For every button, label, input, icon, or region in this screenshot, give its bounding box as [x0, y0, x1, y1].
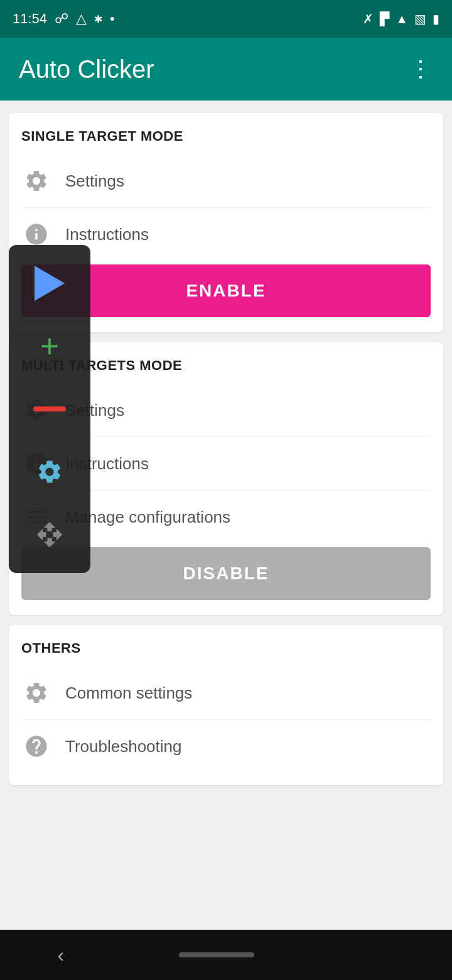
floating-move-button[interactable]: [21, 506, 78, 563]
floating-panel: +: [9, 245, 90, 573]
single-settings-icon-wrapper: [21, 166, 51, 196]
app-title: Auto Clicker: [19, 55, 154, 84]
warning-icon: △: [76, 11, 87, 27]
single-target-title: SINGLE TARGET MODE: [21, 128, 431, 144]
play-icon: [35, 266, 65, 301]
dot-icon: •: [110, 11, 115, 27]
divider-1: [21, 207, 431, 208]
floating-add-button[interactable]: +: [21, 318, 78, 374]
others-card: OTHERS Common settings Troubleshooting: [9, 625, 443, 785]
vibrate-icon: ▛: [380, 11, 389, 26]
floating-play-button[interactable]: [21, 255, 78, 312]
bluetooth-icon: ✗: [363, 11, 374, 26]
question-icon: [24, 734, 49, 759]
status-bar-left: 11:54 ☍ △ ✱ •: [13, 11, 115, 27]
overflow-menu-button[interactable]: ⋮: [409, 56, 433, 82]
common-settings-item[interactable]: Common settings: [21, 669, 431, 717]
single-instructions-label: Instructions: [65, 225, 149, 244]
remove-icon: [33, 406, 66, 411]
divider-4: [21, 719, 431, 720]
floating-settings-button[interactable]: [21, 444, 78, 500]
home-indicator[interactable]: [179, 952, 254, 957]
status-bar-right: ✗ ▛ ▲ ▧ ▮: [363, 11, 439, 26]
signal-icon: ✱: [94, 13, 102, 25]
settings-icon: [24, 168, 49, 193]
app-toolbar: Auto Clicker ⋮: [0, 38, 452, 101]
single-settings-item[interactable]: Settings: [21, 157, 431, 205]
back-button[interactable]: ‹: [58, 944, 65, 967]
message-icon: ☍: [55, 11, 68, 27]
panel-settings-icon: [36, 458, 63, 486]
troubleshooting-label: Troubleshooting: [65, 737, 182, 756]
status-bar: 11:54 ☍ △ ✱ • ✗ ▛ ▲ ▧ ▮: [0, 0, 452, 38]
status-time: 11:54: [13, 11, 47, 27]
info-icon: [24, 222, 49, 247]
troubleshooting-icon-wrapper: [21, 731, 51, 761]
floating-remove-button[interactable]: [21, 381, 78, 437]
wifi-icon: ▲: [396, 12, 408, 26]
move-icon: [36, 521, 63, 548]
common-settings-icon-wrapper: [21, 678, 51, 708]
common-settings-icon: [24, 680, 49, 705]
signal-bars-icon: ▧: [414, 11, 426, 26]
others-title: OTHERS: [21, 640, 431, 656]
single-settings-label: Settings: [65, 172, 124, 191]
troubleshooting-item[interactable]: Troubleshooting: [21, 722, 431, 770]
common-settings-label: Common settings: [65, 683, 192, 703]
battery-icon: ▮: [433, 11, 439, 26]
bottom-navigation: ‹: [0, 930, 452, 980]
add-icon: +: [40, 330, 59, 362]
